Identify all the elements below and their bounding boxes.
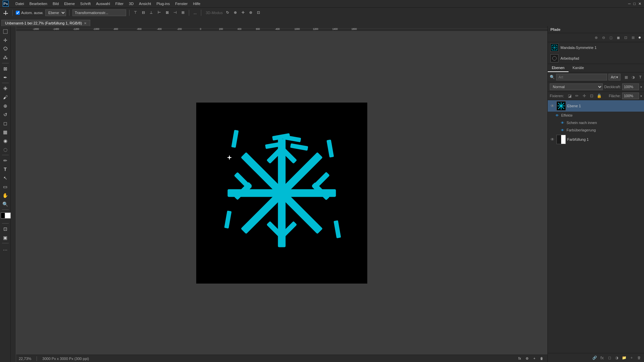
menu-filter[interactable]: Filter [115, 2, 123, 6]
blur-tool[interactable]: ◉ [1, 137, 9, 145]
tab-ebenen[interactable]: Ebenen [548, 64, 569, 72]
menu-3d[interactable]: 3D [129, 2, 133, 6]
zoom-3d-btn[interactable]: ⊛ [248, 10, 254, 15]
auto-select-checkbox[interactable] [16, 11, 20, 15]
layer-visibility-ebene1[interactable]: 👁 [550, 103, 555, 109]
rotate-3d-btn[interactable]: ↻ [225, 10, 230, 15]
menu-ebene[interactable]: Ebene [64, 2, 75, 6]
tab-kanale[interactable]: Kanäle [569, 64, 588, 72]
more-options-btn[interactable]: ... [192, 10, 198, 15]
crop-tool[interactable]: ⊠ [1, 65, 9, 73]
canvas-area[interactable] [16, 32, 547, 355]
window-minimize[interactable]: ─ [628, 2, 631, 6]
menu-datei[interactable]: Datei [15, 2, 24, 6]
orbit-3d-btn[interactable]: ⊕ [232, 10, 238, 15]
eraser-tool[interactable]: ◻ [1, 119, 9, 127]
delete-layer-btn[interactable]: 🗑 [636, 355, 642, 361]
window-close[interactable]: ✕ [638, 2, 641, 6]
align-bottom-btn[interactable]: ⊥ [148, 10, 154, 15]
opacity-input[interactable] [622, 83, 639, 90]
move-tool[interactable]: ✛ [1, 36, 9, 44]
layer-mode-dropdown[interactable]: Ebene [45, 9, 66, 16]
background-color[interactable] [5, 213, 11, 219]
paths-fill-btn[interactable]: ◼ [615, 35, 621, 41]
dodge-tool[interactable]: ◌ [1, 145, 9, 154]
bottom-fx-btn[interactable]: fx [517, 356, 522, 361]
add-style-btn[interactable]: fx [599, 355, 605, 361]
bottom-trash-btn[interactable]: 🗑 [539, 356, 545, 361]
window-maximize[interactable]: □ [633, 2, 636, 6]
schein-visibility[interactable]: 👁 [560, 120, 565, 125]
lasso-tool[interactable] [1, 45, 9, 53]
lock-artboard-btn[interactable]: ⊡ [589, 93, 595, 99]
layer-item-ebene1[interactable]: 👁 Ebene 1 [548, 100, 644, 112]
zoom-tool[interactable]: 🔍 [1, 200, 9, 208]
add-group-btn[interactable]: 📁 [621, 355, 627, 361]
add-adjustment-btn[interactable]: ◑ [614, 355, 620, 361]
path-item-mandala[interactable]: Mandala-Symmetrie 1 [548, 42, 644, 53]
lock-transparent-btn[interactable]: ◪ [567, 93, 573, 99]
shape-tool[interactable]: ▭ [1, 183, 9, 191]
menu-bild[interactable]: Bild [53, 2, 59, 6]
fill-input[interactable] [622, 93, 639, 99]
layer-effects-row[interactable]: 👁 Effekte [548, 112, 644, 119]
menu-bearbeiten[interactable]: Bearbeiten [30, 2, 47, 6]
text-tool[interactable]: T [1, 165, 9, 173]
healing-tool[interactable]: ✙ [1, 84, 9, 93]
transform-input[interactable] [72, 9, 126, 16]
gradient-tool[interactable]: ▦ [1, 128, 9, 136]
layer-schein-row[interactable]: 👁 Schein nach innen [548, 119, 644, 126]
paths-new-btn[interactable]: ⊕ [593, 35, 599, 41]
history-brush-tool[interactable]: ↺ [1, 111, 9, 119]
screen-mode-btn[interactable]: ▣ [1, 234, 9, 242]
hand-tool[interactable]: ✋ [1, 191, 9, 199]
lock-pixels-btn[interactable]: ✏ [574, 93, 580, 99]
distribute-btn[interactable]: ⊞ [180, 10, 186, 15]
move-tool-btn[interactable] [2, 10, 9, 16]
paths-stroke-btn[interactable]: ◻ [608, 35, 614, 41]
paths-delete-btn[interactable]: ⊖ [600, 35, 606, 41]
clone-tool[interactable]: ⊕ [1, 102, 9, 110]
field-3d-btn[interactable]: ⊡ [256, 10, 261, 15]
blend-mode-select[interactable]: Normal [550, 83, 603, 90]
menu-hilfe[interactable]: Hilfe [193, 2, 200, 6]
align-vcenter-btn[interactable]: ⊟ [141, 10, 146, 15]
quick-mask-btn[interactable]: ⊡ [1, 225, 9, 233]
filter-type-btn[interactable]: Art ▾ [608, 74, 621, 80]
paths-selection-btn[interactable]: ⊞ [630, 35, 636, 41]
filter-type-btn2[interactable]: T [637, 74, 643, 80]
pen-tool[interactable]: ✏ [1, 157, 9, 165]
effects-visibility[interactable]: 👁 [554, 113, 560, 118]
filter-pixel-btn[interactable]: ▦ [623, 74, 629, 80]
menu-auswahl[interactable]: Auswahl [96, 2, 110, 6]
add-layer-btn[interactable]: + [629, 355, 635, 361]
link-layers-btn[interactable]: 🔗 [592, 355, 598, 361]
layer-farbuberlagerung-row[interactable]: 👁 Farbüberlagerung [548, 126, 644, 134]
brush-tool[interactable]: 🖌 [1, 93, 9, 101]
magic-wand-tool[interactable]: ⁂ [1, 54, 9, 62]
align-left-btn[interactable]: ⊢ [156, 10, 162, 15]
layer-item-farbfullung[interactable]: 👁 Farbfüllung 1 [548, 134, 644, 145]
bottom-new-layer-btn[interactable]: + [532, 356, 537, 361]
document-tab[interactable]: Unbenannt-1 bei 22,7% (Farbfüllung 1, RG… [1, 20, 90, 26]
lock-position-btn[interactable]: ✛ [581, 93, 587, 99]
tab-close-btn[interactable]: ✕ [84, 21, 87, 25]
path-select-tool[interactable]: ↖ [1, 174, 9, 182]
pan-3d-btn[interactable]: ✛ [240, 10, 246, 15]
align-top-btn[interactable]: ⊤ [132, 10, 139, 15]
layer-visibility-farbf[interactable]: 👁 [550, 137, 555, 142]
menu-plugins[interactable]: Plug-ins [156, 2, 170, 6]
add-mask-btn[interactable]: ◻ [606, 355, 612, 361]
farb-visibility[interactable]: 👁 [560, 127, 565, 133]
layers-filter-input[interactable] [556, 74, 607, 80]
menu-ansicht[interactable]: Ansicht [139, 2, 151, 6]
lock-all-btn[interactable]: 🔒 [596, 93, 602, 99]
more-tools-btn[interactable]: … [1, 245, 9, 253]
filter-adjust-btn[interactable]: ◑ [630, 74, 636, 80]
align-right-btn[interactable]: ⊣ [172, 10, 178, 15]
selection-tool[interactable] [1, 27, 9, 36]
menu-fenster[interactable]: Fenster [175, 2, 187, 6]
align-hcenter-btn[interactable]: ⊠ [164, 10, 170, 15]
paths-mask-btn[interactable]: ⊡ [623, 35, 629, 41]
eyedropper-tool[interactable]: ✒ [1, 73, 9, 81]
